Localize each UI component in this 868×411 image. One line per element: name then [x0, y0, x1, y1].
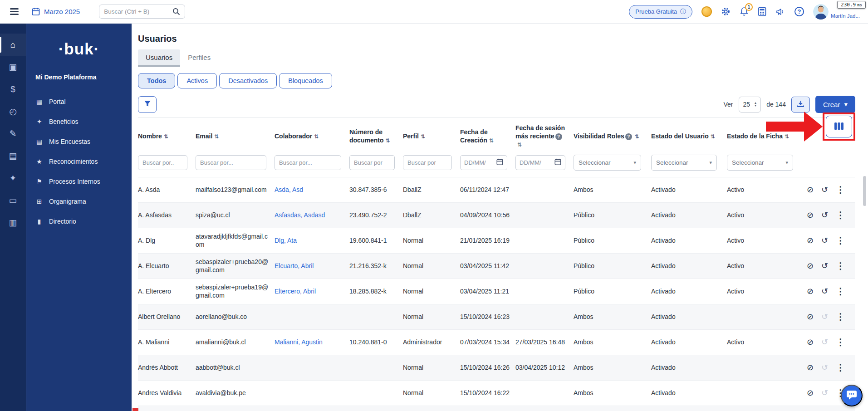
row-menu-icon[interactable]: ⋮	[836, 338, 845, 347]
cell-nombre: A. Malianni	[138, 338, 196, 347]
sidebar-item-beneficios[interactable]: ✦ Beneficios	[26, 112, 132, 132]
col-header-email[interactable]: Email⇅	[196, 132, 275, 141]
colaborador-link[interactable]: Dlg, Ata	[275, 237, 297, 244]
sidebar-item-organigrama[interactable]: ⊞ Organigrama	[26, 191, 132, 211]
col-header-estado-usuario[interactable]: Estado del Usuario⇅	[651, 132, 727, 141]
rail-item-time[interactable]: ◴	[0, 100, 26, 122]
filter-email-input[interactable]	[196, 155, 266, 170]
reset-icon[interactable]: ↺	[821, 211, 828, 219]
col-header-estado-ficha[interactable]: Estado de la Ficha⇅	[727, 132, 803, 141]
filter-documento-input[interactable]	[349, 155, 395, 170]
search-input[interactable]	[104, 8, 169, 15]
calculator-icon[interactable]	[758, 7, 766, 16]
rail-item-training[interactable]: ✦	[0, 167, 26, 189]
colaborador-link[interactable]: Malianni, Agustin	[275, 338, 323, 346]
deactivate-user-icon[interactable]: ⊘	[807, 287, 814, 295]
row-menu-icon[interactable]: ⋮	[836, 312, 845, 321]
reset-icon[interactable]: ↺	[821, 236, 828, 245]
reset-icon[interactable]: ↺	[821, 313, 828, 321]
advanced-filter-button[interactable]	[138, 96, 157, 113]
row-menu-icon[interactable]: ⋮	[836, 185, 845, 194]
row-menu-icon[interactable]: ⋮	[836, 287, 845, 296]
row-menu-icon[interactable]: ⋮	[836, 363, 845, 372]
filter-activos[interactable]: Activos	[177, 73, 217, 88]
sidebar-item-reconocimientos[interactable]: ★ Reconocimientos	[26, 152, 132, 171]
column-settings-button[interactable]	[826, 116, 852, 137]
reset-icon[interactable]: ↺	[821, 287, 828, 295]
global-search[interactable]	[99, 5, 185, 19]
sidebar-item-portal[interactable]: ▦ Portal	[26, 92, 132, 112]
rail-item-benefits[interactable]: ▤	[0, 145, 26, 167]
notifications-bell-icon[interactable]: 1	[740, 7, 749, 16]
col-header-visibilidad[interactable]: Visibilidad Roles?⇅	[574, 132, 651, 141]
reset-icon[interactable]: ↺	[821, 338, 828, 346]
col-header-fecha-creacion[interactable]: Fecha de Creación⇅	[460, 128, 515, 145]
rail-item-remunerations[interactable]: $	[0, 78, 26, 100]
row-menu-icon[interactable]: ⋮	[836, 210, 845, 220]
col-header-documento[interactable]: Número de documento⇅	[349, 128, 403, 145]
deactivate-user-icon[interactable]: ⊘	[807, 262, 814, 270]
colaborador-link[interactable]: Asda, Asd	[275, 186, 303, 193]
sidebar-item-directorio[interactable]: ▮ Directorio	[26, 211, 132, 231]
filter-desactivados[interactable]: Desactivados	[219, 73, 277, 88]
cell-documento: 21.216.352-k	[349, 262, 403, 270]
reset-icon[interactable]: ↺	[821, 186, 828, 194]
deactivate-user-icon[interactable]: ⊘	[807, 363, 814, 372]
row-menu-icon[interactable]: ⋮	[836, 261, 845, 270]
info-icon[interactable]: ?	[625, 133, 632, 140]
filter-todos[interactable]: Todos	[138, 73, 175, 88]
crear-button[interactable]: Crear ▾	[815, 96, 855, 113]
rail-item-home[interactable]: ⌂	[0, 34, 26, 56]
rail-item-archive[interactable]: ▥	[0, 211, 26, 234]
announcements-megaphone-icon[interactable]	[775, 7, 785, 16]
period-picker[interactable]: Marzo 2025	[32, 7, 80, 16]
reset-icon[interactable]: ↺	[821, 363, 828, 372]
reset-icon[interactable]: ↺	[821, 389, 828, 397]
deactivate-user-icon[interactable]: ⊘	[807, 186, 814, 194]
filter-estado-usuario-select[interactable]: Seleccionar▾	[651, 155, 717, 171]
avatar[interactable]	[813, 4, 829, 20]
filter-colaborador-input[interactable]	[275, 155, 341, 170]
tab-perfiles[interactable]: Perfiles	[180, 49, 218, 67]
col-header-perfil[interactable]: Perfil⇅	[403, 132, 460, 141]
chat-fab-button[interactable]	[841, 385, 863, 406]
sidebar-item-procesos-internos[interactable]: ⚑ Procesos Internos	[26, 171, 132, 191]
filter-bloqueados[interactable]: Bloqueados	[279, 73, 332, 88]
download-button[interactable]	[791, 97, 810, 113]
vertical-scrollbar[interactable]	[863, 176, 866, 206]
calendar-icon[interactable]	[496, 158, 503, 167]
sidebar-item-mis-encuestas[interactable]: ▤ Mis Encuestas	[26, 132, 132, 152]
hamburger-menu-icon[interactable]	[8, 6, 20, 18]
filter-visibilidad-select[interactable]: Seleccionar▾	[574, 155, 641, 171]
trial-badge[interactable]: Prueba Gratuita ⓘ	[629, 5, 692, 19]
deactivate-user-icon[interactable]: ⊘	[807, 338, 814, 346]
row-menu-icon[interactable]: ⋮	[836, 236, 845, 245]
search-icon[interactable]	[172, 8, 180, 15]
col-header-nombre[interactable]: Nombre⇅	[138, 132, 196, 141]
colaborador-link[interactable]: Eltercero, Abril	[275, 288, 316, 295]
colaborador-link[interactable]: Elcuarto, Abril	[275, 262, 314, 269]
settings-gear-icon[interactable]	[721, 7, 731, 16]
filter-perfil-input[interactable]	[403, 155, 452, 170]
filter-fecha-creacion[interactable]: DD/MM/	[460, 155, 507, 170]
info-icon[interactable]: ?	[555, 133, 562, 140]
coin-icon[interactable]	[701, 6, 712, 17]
rail-item-requests[interactable]: ▣	[0, 56, 26, 78]
filter-fecha-sesion[interactable]: DD/MM/	[515, 155, 565, 170]
calendar-icon[interactable]	[554, 158, 561, 167]
colaborador-link[interactable]: Asfasdas, Asdasd	[275, 211, 325, 219]
col-header-colaborador[interactable]: Colaborador⇅	[275, 132, 349, 141]
reset-icon[interactable]: ↺	[821, 262, 828, 270]
col-header-fecha-sesion[interactable]: Fecha de sesión más reciente?⇅	[515, 124, 574, 149]
page-size-select[interactable]: 25 ▴▾	[739, 97, 761, 113]
help-icon[interactable]: ?	[794, 7, 804, 16]
deactivate-user-icon[interactable]: ⊘	[807, 211, 814, 219]
deactivate-user-icon[interactable]: ⊘	[807, 313, 814, 321]
rail-item-evaluations[interactable]: ✎	[0, 122, 26, 145]
deactivate-user-icon[interactable]: ⊘	[807, 389, 814, 397]
tab-usuarios[interactable]: Usuarios	[138, 49, 180, 67]
filter-nombre-input[interactable]	[138, 155, 187, 170]
filter-estado-ficha-select[interactable]: Seleccionar▾	[727, 155, 793, 171]
deactivate-user-icon[interactable]: ⊘	[807, 236, 814, 245]
rail-item-documents[interactable]: ▭	[0, 189, 26, 211]
